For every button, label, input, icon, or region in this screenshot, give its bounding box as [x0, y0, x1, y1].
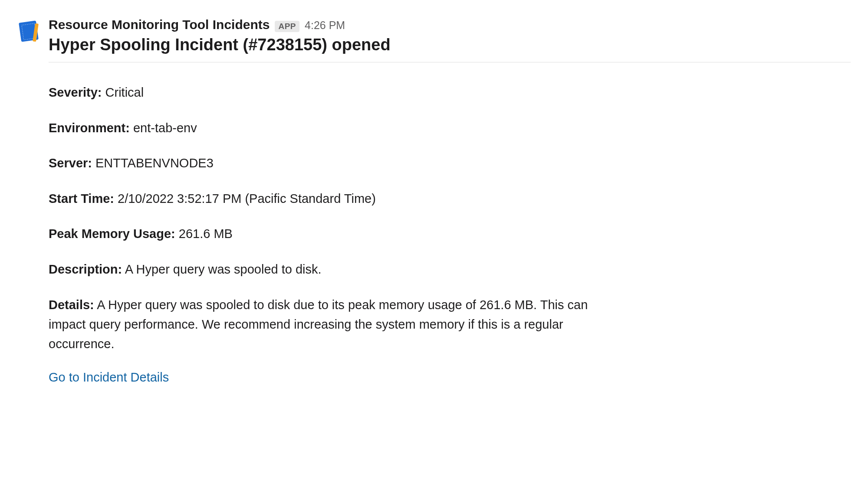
- description-value: A Hyper query was spooled to disk.: [125, 262, 322, 276]
- description-label: Description:: [49, 262, 122, 276]
- start-time-value: 2/10/2022 3:52:17 PM (Pacific Standard T…: [118, 192, 376, 206]
- app-avatar-icon: [17, 19, 42, 43]
- environment-value: ent-tab-env: [133, 121, 197, 135]
- incident-title: Hyper Spooling Incident (#7238155) opene…: [49, 36, 851, 54]
- peak-memory-field: Peak Memory Usage: 261.6 MB: [49, 225, 851, 244]
- app-badge: APP: [275, 21, 299, 32]
- start-time-field: Start Time: 2/10/2022 3:52:17 PM (Pacifi…: [49, 189, 851, 209]
- server-value: ENTTABENVNODE3: [95, 156, 214, 170]
- environment-label: Environment:: [49, 121, 130, 135]
- incident-details-link[interactable]: Go to Incident Details: [49, 370, 169, 384]
- divider: [49, 62, 851, 62]
- message-header: Resource Monitoring Tool Incidents APP 4…: [49, 17, 851, 32]
- app-name[interactable]: Resource Monitoring Tool Incidents: [49, 17, 270, 32]
- environment-field: Environment: ent-tab-env: [49, 119, 851, 138]
- message-body: Resource Monitoring Tool Incidents APP 4…: [49, 17, 851, 385]
- description-field: Description: A Hyper query was spooled t…: [49, 260, 851, 279]
- peak-memory-label: Peak Memory Usage:: [49, 227, 175, 241]
- peak-memory-value: 261.6 MB: [179, 227, 233, 241]
- server-label: Server:: [49, 156, 92, 170]
- message-timestamp[interactable]: 4:26 PM: [305, 19, 345, 32]
- slack-message: Resource Monitoring Tool Incidents APP 4…: [17, 17, 851, 385]
- details-field: Details: A Hyper query was spooled to di…: [49, 295, 608, 354]
- severity-label: Severity:: [49, 85, 102, 99]
- start-time-label: Start Time:: [49, 192, 114, 206]
- details-label: Details:: [49, 298, 94, 312]
- server-field: Server: ENTTABENVNODE3: [49, 154, 851, 173]
- severity-field: Severity: Critical: [49, 83, 851, 102]
- details-value: A Hyper query was spooled to disk due to…: [49, 298, 588, 351]
- severity-value: Critical: [105, 85, 144, 99]
